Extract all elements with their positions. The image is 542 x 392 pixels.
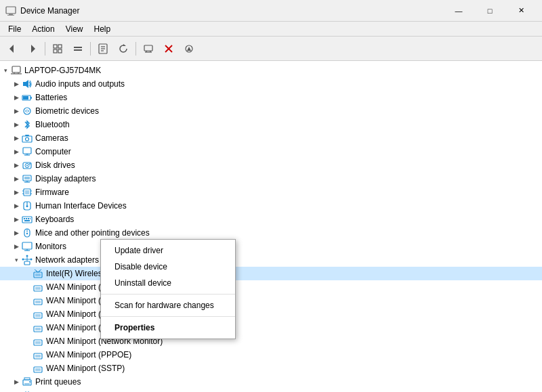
menu-help[interactable]: Help <box>89 23 117 35</box>
battery-icon <box>22 92 33 103</box>
expand-button[interactable] <box>48 39 67 58</box>
tree-item-displayadapters[interactable]: ▶ Display adapters <box>0 172 542 186</box>
update-driver-button[interactable] <box>139 39 158 58</box>
title-bar: Device Manager — □ ✕ <box>0 0 542 22</box>
hid-label: Human Interface Devices <box>35 201 127 211</box>
tree-item-hid[interactable]: ▶ Human Interface Devices <box>0 199 542 213</box>
properties-button[interactable] <box>93 39 112 58</box>
svg-rect-58 <box>24 218 25 219</box>
menu-file[interactable]: File <box>3 23 26 35</box>
hid-toggle[interactable]: ▶ <box>11 200 22 211</box>
wan-icon-sstp <box>33 363 43 374</box>
wan-icon2 <box>33 295 43 306</box>
tree-item-printqueues[interactable]: ▶ Print queues <box>0 375 542 389</box>
refresh-button[interactable] <box>114 39 133 58</box>
svg-rect-8 <box>58 49 62 53</box>
bluetooth-toggle[interactable]: ▶ <box>11 119 22 130</box>
svg-rect-10 <box>74 49 82 51</box>
tree-item-intel-wifi[interactable]: ▶ Intel(R) Wireless-AC 9461 <box>0 267 542 280</box>
svg-marker-4 <box>31 45 35 53</box>
cameras-label: Cameras <box>35 133 68 143</box>
tree-item-cameras[interactable]: ▶ Cameras <box>0 131 542 145</box>
keyboards-toggle[interactable]: ▶ <box>11 214 22 225</box>
uninstall-button[interactable] <box>159 39 178 58</box>
ctx-scan-hardware[interactable]: Scan for hardware changes <box>101 297 235 313</box>
svg-rect-16 <box>144 45 152 51</box>
tree-item-wan4[interactable]: ▶ WAN Miniport (L2TP) <box>0 321 542 334</box>
svg-point-71 <box>22 259 24 261</box>
network-label: Network adapters <box>35 255 99 265</box>
wan6-label: WAN Miniport (PPPOE) <box>46 350 131 360</box>
maximize-button[interactable]: □ <box>474 0 505 22</box>
menu-action[interactable]: Action <box>26 23 60 35</box>
svg-rect-36 <box>25 135 29 136</box>
tree-item-computer[interactable]: ▶ Computer <box>0 145 542 158</box>
monitors-toggle[interactable]: ▶ <box>11 241 22 252</box>
window-title: Device Manager <box>20 6 443 16</box>
ctx-properties[interactable]: Properties <box>101 320 235 336</box>
ctx-update-driver[interactable]: Update driver <box>101 242 235 259</box>
tree-item-bluetooth[interactable]: ▶ Bluetooth <box>0 118 542 131</box>
svg-rect-62 <box>24 220 30 221</box>
back-button[interactable] <box>3 39 22 58</box>
svg-rect-98 <box>24 383 30 385</box>
displayadapters-toggle[interactable]: ▶ <box>11 173 22 184</box>
svg-rect-9 <box>74 47 82 48</box>
svg-point-70 <box>26 255 28 257</box>
tree-item-processors[interactable]: ▶ Processors <box>0 389 542 392</box>
menu-view[interactable]: View <box>60 23 89 35</box>
wan-icon1 <box>33 282 43 292</box>
tree-item-audio[interactable]: ▶ Audio inputs and outputs <box>0 77 542 91</box>
firmware-label: Firmware <box>35 188 69 197</box>
root-toggle[interactable]: ▾ <box>0 65 11 76</box>
tree-item-wan6[interactable]: ▶ WAN Miniport (PPPOE) <box>0 348 542 362</box>
close-button[interactable]: ✕ <box>505 0 537 22</box>
tree-item-batteries[interactable]: ▶ Batteries <box>0 91 542 104</box>
toolbar-sep2 <box>90 42 91 56</box>
svg-rect-77 <box>35 274 41 276</box>
mice-toggle[interactable]: ▶ <box>11 227 22 238</box>
computer-toggle[interactable]: ▶ <box>11 146 22 157</box>
tree-item-biometric[interactable]: ▶ Biometric devices <box>0 104 542 118</box>
tree-item-keyboards[interactable]: ▶ Keyboards <box>0 213 542 226</box>
minimize-button[interactable]: — <box>443 0 474 22</box>
scan-changes-button[interactable] <box>180 39 199 58</box>
svg-rect-61 <box>30 218 30 219</box>
audio-toggle[interactable]: ▶ <box>11 79 22 89</box>
toolbar-sep3 <box>136 42 136 56</box>
tree-item-diskdrives[interactable]: ▶ Disk drives <box>0 158 542 172</box>
tree-item-mice[interactable]: ▶ Mice and other pointing devices <box>0 226 542 240</box>
window-controls: — □ ✕ <box>443 0 537 22</box>
tree-item-wan-sstp[interactable]: ▶ WAN Miniport (SSTP) <box>0 362 542 375</box>
cameras-toggle[interactable]: ▶ <box>11 133 22 144</box>
diskdrives-toggle[interactable]: ▶ <box>11 160 22 171</box>
svg-rect-60 <box>28 218 29 219</box>
svg-line-80 <box>35 269 38 272</box>
network-toggle[interactable]: ▾ <box>11 255 22 265</box>
tree-item-wan5[interactable]: ▶ WAN Miniport (Network Monitor) <box>0 334 542 348</box>
firmware-toggle[interactable]: ▶ <box>11 187 22 198</box>
collapse-button[interactable] <box>68 39 87 58</box>
tree-item-wan3[interactable]: ▶ WAN Miniport (IPv6) <box>0 307 542 321</box>
tree-root[interactable]: ▾ LAPTOP-GJ57D4MK <box>0 64 542 77</box>
batteries-toggle[interactable]: ▶ <box>11 92 22 103</box>
forward-button[interactable] <box>23 39 42 58</box>
tree-item-network[interactable]: ▾ Network adapters <box>0 253 542 267</box>
tree-item-wan1[interactable]: ▶ WAN Miniport (IKEv2) <box>0 280 542 294</box>
tree-view[interactable]: ▾ LAPTOP-GJ57D4MK ▶ <box>0 61 542 392</box>
tree-item-wan2[interactable]: ▶ WAN Miniport (IP) <box>0 294 542 307</box>
tree-item-firmware[interactable]: ▶ Firmware <box>0 186 542 199</box>
ctx-disable-device[interactable]: Disable device <box>101 259 235 275</box>
tree-item-monitors[interactable]: ▶ Monitors <box>0 240 542 253</box>
toolbar <box>0 37 542 61</box>
biometric-toggle[interactable]: ▶ <box>11 106 22 116</box>
svg-rect-97 <box>24 378 30 380</box>
svg-marker-28 <box>23 80 28 88</box>
ctx-uninstall-device[interactable]: Uninstall device <box>101 275 235 291</box>
printqueues-toggle[interactable]: ▶ <box>11 376 22 387</box>
monitors-icon <box>22 241 33 252</box>
printqueues-icon <box>22 376 33 387</box>
svg-marker-23 <box>187 47 191 51</box>
keyboards-icon <box>22 214 33 225</box>
wan-icon5 <box>33 336 43 347</box>
